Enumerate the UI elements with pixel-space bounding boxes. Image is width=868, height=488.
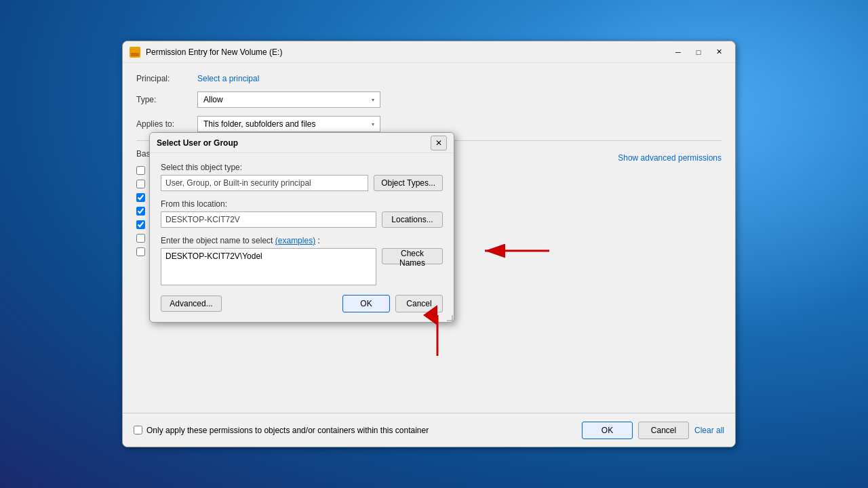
location-row: DESKTOP-KCIT72V Locations... xyxy=(161,211,443,228)
colon: : xyxy=(317,236,319,245)
object-type-field: User, Group, or Built-in security princi… xyxy=(161,175,368,191)
advanced-button[interactable]: Advanced... xyxy=(161,296,222,312)
select-user-dialog: Select User or Group ✕ Select this objec… xyxy=(149,132,454,323)
enter-object-label-row: Enter the object name to select (example… xyxy=(161,236,443,245)
right-arrow-svg xyxy=(475,241,556,261)
object-type-row: User, Group, or Built-in security princi… xyxy=(161,175,443,191)
locations-button[interactable]: Locations... xyxy=(382,211,443,228)
arrow-ok-button xyxy=(420,305,454,359)
location-field: DESKTOP-KCIT72V xyxy=(161,211,376,228)
dialog-close-button[interactable]: ✕ xyxy=(431,136,447,150)
object-type-label: Select this object type: xyxy=(161,163,443,172)
arrow-check-names xyxy=(475,241,556,261)
dialog-overlay: Select User or Group ✕ Select this objec… xyxy=(0,0,868,488)
dialog-ok-button[interactable]: OK xyxy=(342,295,390,312)
enter-object-label: Enter the object name to select xyxy=(161,236,273,245)
dialog-titlebar: Select User or Group ✕ xyxy=(150,133,454,153)
dialog-title: Select User or Group xyxy=(157,138,431,148)
check-names-button[interactable]: Check Names xyxy=(382,248,443,264)
examples-link[interactable]: (examples) xyxy=(275,236,315,245)
dialog-body: Select this object type: User, Group, or… xyxy=(150,153,454,322)
up-arrow-svg xyxy=(420,305,454,359)
object-name-textarea[interactable] xyxy=(161,248,376,285)
object-types-button[interactable]: Object Types... xyxy=(374,175,443,191)
location-label: From this location: xyxy=(161,199,443,209)
dialog-bottom-row: Advanced... OK Cancel xyxy=(161,295,443,312)
object-name-row: Check Names xyxy=(161,248,443,285)
